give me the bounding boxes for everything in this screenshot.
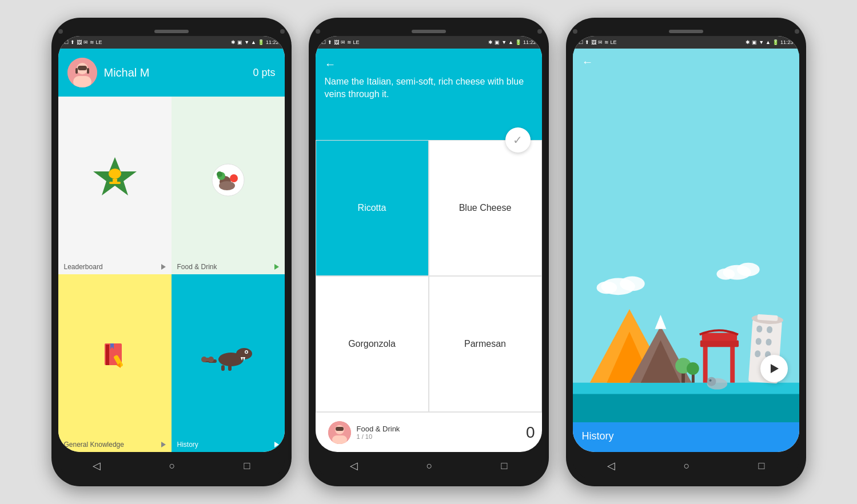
svg-point-16 (219, 181, 235, 190)
svg-point-70 (707, 377, 716, 386)
camera-3 (573, 29, 577, 34)
home-nav-icon-3[interactable]: ○ (684, 460, 690, 472)
quiz-avatar (328, 421, 351, 444)
svg-rect-18 (106, 345, 109, 365)
svg-rect-3 (78, 66, 87, 70)
back-button-2[interactable]: ← (325, 58, 533, 71)
svg-rect-7 (109, 169, 121, 179)
back-button-3[interactable]: ← (573, 49, 799, 69)
answers-grid: Ricotta Blue Cheese Gorgonzola Parmesan (316, 140, 542, 412)
history-label: History (172, 437, 285, 452)
history-category-label: History (573, 422, 799, 452)
speaker-2 (412, 30, 446, 33)
menu-grid: Leaderboard (58, 97, 285, 452)
quiz-content: ← Name the Italian, semi-soft, rich chee… (316, 49, 542, 452)
svg-point-64 (620, 277, 645, 291)
quiz-score: 0 (526, 423, 535, 442)
answer-gorgonzola[interactable]: Gorgonzola (316, 276, 429, 412)
svg-rect-48 (691, 374, 694, 383)
status-time-2: 11:22 (523, 39, 536, 45)
dino-icon (200, 338, 257, 372)
profile-header: Michal M 0 pts (58, 49, 285, 97)
check-button[interactable]: ✓ (505, 127, 531, 153)
plate-icon (205, 154, 251, 200)
camera-2b (537, 29, 542, 34)
food-arrow-icon (274, 264, 279, 270)
phone-1: ☐⬆🖼✉≋LE ✱▣▼▲🔋 11:22 Michal M 0 pts (51, 18, 292, 486)
question-text: Name the Italian, semi-soft, rich cheese… (325, 75, 533, 101)
history-cell[interactable]: History (172, 274, 285, 452)
camera-1 (58, 29, 63, 34)
svg-rect-52 (700, 340, 738, 347)
profile-name: Michal M (104, 66, 246, 79)
phone-3: ☐⬆🖼✉≋LE ✱▣▼▲🔋 11:23 ← (566, 18, 806, 486)
svg-point-65 (596, 281, 617, 294)
trophy-icon (92, 154, 138, 200)
svg-rect-37 (332, 435, 347, 444)
svg-rect-4 (75, 68, 78, 74)
status-time-1: 11:22 (266, 39, 279, 45)
knowledge-cell[interactable]: General Knowledge (58, 274, 172, 452)
play-icon (771, 364, 779, 373)
avatar (67, 58, 97, 87)
knowledge-label: General Knowledge (58, 437, 172, 452)
food-drink-cell[interactable]: Food & Drink (172, 97, 285, 274)
leaderboard-cell[interactable]: Leaderboard (58, 97, 172, 274)
status-bar-1: ☐⬆🖼✉≋LE ✱▣▼▲🔋 11:22 (58, 36, 285, 49)
status-time-3: 11:23 (780, 39, 794, 45)
status-bar-2: ☐⬆🖼✉≋LE ✱▣▼▲🔋 11:22 (316, 36, 542, 49)
back-nav-icon[interactable]: ◁ (93, 459, 101, 472)
svg-rect-29 (228, 365, 232, 371)
nav-bar-2: ◁ ○ □ (316, 452, 542, 479)
svg-rect-9 (109, 182, 121, 184)
svg-point-49 (686, 362, 699, 375)
answer-parmesan[interactable]: Parmesan (429, 276, 542, 412)
back-nav-icon-2[interactable]: ◁ (350, 459, 358, 472)
history-content: ← (573, 49, 799, 452)
answer-blue-cheese[interactable]: Blue Cheese (429, 140, 542, 276)
svg-point-14 (217, 171, 222, 177)
history-arrow-icon (274, 442, 279, 447)
svg-marker-45 (655, 315, 666, 329)
recent-nav-icon[interactable]: □ (244, 460, 250, 472)
speaker-1 (154, 30, 189, 33)
leaderboard-label: Leaderboard (58, 259, 172, 274)
phone-2: ☐⬆🖼✉≋LE ✱▣▼▲🔋 11:22 ← Name the Italian, … (309, 18, 549, 486)
book-icon (92, 332, 138, 378)
leaderboard-arrow-icon (161, 264, 166, 270)
play-button[interactable] (760, 355, 788, 382)
nav-bar-1: ◁ ○ □ (58, 452, 285, 479)
svg-rect-28 (221, 365, 225, 371)
camera-1b (280, 29, 285, 34)
svg-rect-38 (336, 427, 344, 431)
svg-point-27 (245, 351, 247, 353)
history-illustration-area: ← (573, 49, 799, 422)
svg-point-67 (737, 263, 760, 277)
back-nav-icon-3[interactable]: ◁ (607, 459, 615, 472)
nav-bar-3: ◁ ○ □ (573, 452, 799, 479)
knowledge-arrow-icon (161, 442, 166, 447)
svg-rect-5 (87, 68, 89, 74)
svg-rect-2 (73, 76, 91, 87)
svg-point-15 (230, 174, 238, 182)
speaker-3 (669, 30, 703, 33)
quiz-category-info: Food & Drink 1 / 10 (357, 425, 520, 440)
home-nav-icon-2[interactable]: ○ (426, 460, 433, 472)
status-bar-3: ☐⬆🖼✉≋LE ✱▣▼▲🔋 11:23 (573, 36, 799, 49)
svg-point-71 (709, 379, 711, 382)
quiz-bottom-bar: Food & Drink 1 / 10 0 (316, 412, 542, 452)
home-nav-icon[interactable]: ○ (169, 460, 176, 472)
history-illustration-svg (573, 239, 799, 422)
recent-nav-icon-2[interactable]: □ (501, 460, 508, 472)
question-area: ← Name the Italian, semi-soft, rich chee… (316, 49, 542, 140)
svg-point-68 (716, 269, 735, 280)
profile-points: 0 pts (253, 67, 275, 79)
svg-rect-53 (701, 333, 736, 341)
svg-rect-34 (204, 358, 211, 361)
answer-ricotta[interactable]: Ricotta (316, 140, 429, 276)
camera-3b (795, 29, 799, 34)
food-label: Food & Drink (172, 259, 285, 274)
svg-rect-40 (573, 394, 799, 423)
camera-2 (316, 29, 320, 34)
recent-nav-icon-3[interactable]: □ (759, 460, 765, 472)
